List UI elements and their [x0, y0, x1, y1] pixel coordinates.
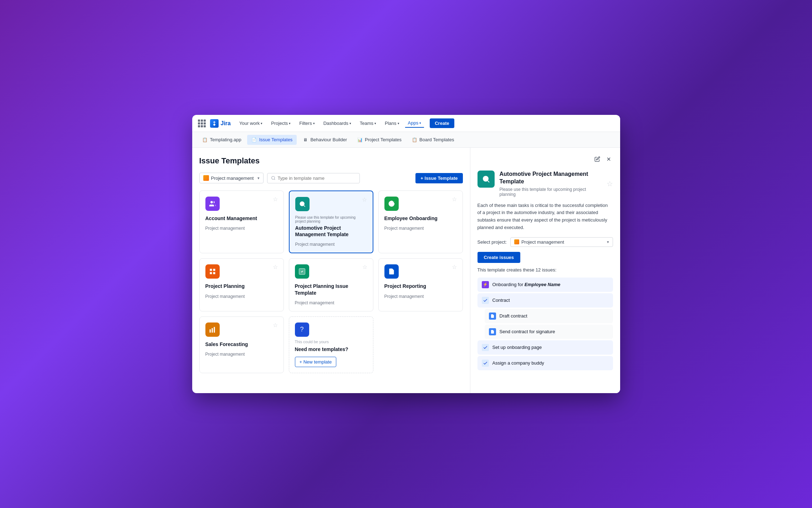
employee-onboarding-title: Employee Onboarding	[384, 215, 457, 222]
template-card-automotive[interactable]: ☆ Please use this template for upcoming …	[289, 190, 373, 253]
create-issues-button[interactable]: Create issues	[478, 252, 521, 263]
project-planning-star[interactable]: ☆	[273, 264, 278, 270]
project-select[interactable]: Project management ▾	[199, 173, 264, 183]
card-icon-row: ☆	[295, 264, 367, 279]
issue-item-onboarding: ⚡ Onboarding for Employee Name	[478, 278, 613, 292]
detail-text: Automotive Project Management Template P…	[500, 171, 602, 197]
automotive-project: Project management	[295, 242, 367, 247]
detail-icon	[478, 171, 495, 188]
template-card-project-planning-issue[interactable]: ☆ Project Planning Issue Template Projec…	[289, 258, 373, 311]
templating-app-icon: 📋	[202, 137, 208, 143]
page-title: Issue Templates	[199, 156, 463, 166]
edit-button[interactable]	[593, 155, 602, 165]
search-input[interactable]	[277, 176, 356, 181]
svg-point-0	[271, 176, 275, 179]
nav-projects[interactable]: Projects▾	[268, 119, 293, 127]
card-icon-row: ☆	[205, 264, 278, 279]
need-more-icon: ?	[295, 322, 309, 337]
account-management-icon	[205, 197, 220, 211]
issue-text-draft-contract: Draft contract	[500, 313, 527, 319]
issue-text-send-contract: Send contract for signature	[500, 329, 555, 334]
sales-forecasting-title: Sales Forecasting	[205, 341, 278, 347]
template-card-project-planning[interactable]: ☆ Project Planning Project management	[199, 258, 284, 311]
svg-rect-8	[209, 329, 210, 332]
subnav-behaviour-builder[interactable]: 🖥 Behaviour Builder	[298, 135, 351, 145]
new-template-button[interactable]: + New template	[295, 357, 337, 367]
project-planning-issue-project: Project management	[295, 300, 367, 305]
project-planning-title: Project Planning	[205, 283, 278, 289]
nav-your-work[interactable]: Your work▾	[236, 119, 265, 127]
select-project-label: Select project:	[478, 239, 507, 245]
issue-icon-assign-buddy	[482, 360, 489, 367]
automotive-star[interactable]: ☆	[362, 197, 367, 203]
card-icon-row: ☆	[205, 322, 278, 337]
filter-bar: Project management ▾ + Issue Template	[199, 173, 463, 183]
detail-description: Each of these main tasks is critical to …	[478, 202, 613, 232]
grid-icon[interactable]	[198, 120, 206, 127]
template-detail: Automotive Project Management Template P…	[478, 171, 613, 197]
card-icon-row: ☆	[384, 264, 457, 279]
template-card-project-reporting[interactable]: ☆ Project Reporting Project management	[378, 258, 463, 311]
subnav-board-templates[interactable]: 📋 Board Templates	[407, 135, 458, 145]
template-card-need-more: ? This could be yours Need more template…	[289, 316, 373, 373]
issue-item-contract: Contract	[478, 293, 613, 308]
jira-logo[interactable]: Jira	[210, 119, 231, 128]
issue-templates-icon: 📄	[251, 137, 257, 143]
nav-plans[interactable]: Plans▾	[382, 119, 402, 127]
left-panel: Issue Templates Project management ▾ + I…	[192, 148, 470, 393]
subnav-issue-templates[interactable]: 📄 Issue Templates	[247, 135, 297, 145]
account-management-star[interactable]: ☆	[273, 197, 278, 202]
svg-rect-5	[210, 272, 212, 274]
project-planning-project: Project management	[205, 294, 278, 299]
need-more-title: Need more templates?	[295, 346, 348, 352]
nav-filters[interactable]: Filters▾	[296, 119, 317, 127]
template-card-account-management[interactable]: ☆ Account Management Project management	[199, 190, 284, 253]
sales-forecasting-icon	[205, 322, 220, 337]
template-card-sales-forecasting[interactable]: ☆ Sales Forecasting Project management	[199, 316, 284, 373]
search-icon	[271, 176, 276, 181]
sales-forecasting-star[interactable]: ☆	[273, 322, 278, 328]
nav-dashboards[interactable]: Dashboards▾	[321, 119, 354, 127]
project-planning-issue-star[interactable]: ☆	[362, 264, 367, 270]
project-dropdown[interactable]: Project management ▾	[510, 237, 613, 247]
board-templates-icon: 📋	[412, 137, 417, 143]
svg-rect-10	[214, 327, 215, 332]
nav-teams[interactable]: Teams▾	[357, 119, 379, 127]
detail-star-button[interactable]: ☆	[607, 171, 613, 197]
employee-onboarding-icon	[384, 197, 399, 211]
main-area: Issue Templates Project management ▾ + I…	[192, 148, 620, 393]
issue-text-setup-onboarding: Set up onboarding page	[492, 345, 542, 350]
detail-title: Automotive Project Management Template	[500, 171, 602, 186]
automotive-title: Automotive Project Management Template	[295, 225, 367, 238]
project-reporting-project: Project management	[384, 294, 457, 299]
project-select-chevron: ▾	[257, 176, 260, 181]
project-dropdown-value: Project management	[521, 239, 564, 245]
employee-onboarding-star[interactable]: ☆	[452, 197, 457, 202]
issue-item-send-contract: Send contract for signature	[485, 325, 613, 339]
svg-rect-9	[211, 328, 213, 333]
create-button[interactable]: Create	[430, 118, 454, 128]
project-reporting-star[interactable]: ☆	[452, 264, 457, 270]
project-templates-icon: 📊	[357, 137, 363, 143]
top-nav: Jira Your work▾ Projects▾ Filters▾ Dashb…	[192, 115, 620, 132]
subnav-project-templates[interactable]: 📊 Project Templates	[353, 135, 406, 145]
issue-icon-onboarding: ⚡	[482, 281, 489, 288]
app-window: Jira Your work▾ Projects▾ Filters▾ Dashb…	[192, 115, 620, 393]
close-button[interactable]	[604, 155, 613, 165]
select-project-row: Select project: Project management ▾	[478, 237, 613, 247]
issue-item-setup-onboarding: Set up onboarding page	[478, 340, 613, 355]
svg-point-1	[210, 201, 213, 204]
right-panel: Automotive Project Management Template P…	[470, 148, 620, 393]
template-card-employee-onboarding[interactable]: ☆ Employee Onboarding Project management	[378, 190, 463, 253]
add-issue-template-button[interactable]: + Issue Template	[415, 173, 463, 183]
jira-label: Jira	[221, 120, 231, 127]
nav-apps[interactable]: Apps▾	[405, 119, 424, 128]
issues-count: This template creates these 12 issues:	[478, 267, 613, 273]
project-reporting-title: Project Reporting	[384, 283, 457, 289]
project-planning-issue-title: Project Planning Issue Template	[295, 283, 367, 296]
subnav-templating-app[interactable]: 📋 Templating.app	[198, 135, 246, 145]
account-management-title: Account Management	[205, 215, 278, 222]
automotive-preview: Please use this template for upcoming pr…	[295, 215, 367, 223]
sub-nav: 📋 Templating.app 📄 Issue Templates 🖥 Beh…	[192, 132, 620, 148]
sales-forecasting-project: Project management	[205, 352, 278, 357]
